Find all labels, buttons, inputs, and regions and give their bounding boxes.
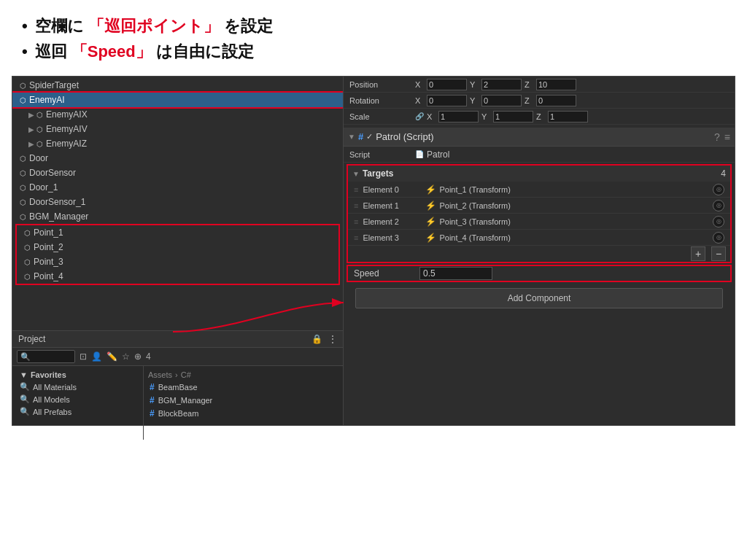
- script-title: Patrol (Script): [376, 131, 711, 142]
- annotation-line-2: • 巡回 「Speed」 は自由に設定: [22, 39, 725, 64]
- element-2-text: Point_3 (Transform): [439, 217, 510, 226]
- enemy-aiv-label: EnemyAIV: [46, 124, 88, 134]
- scale-y-group: Y: [481, 111, 533, 122]
- point-3-icon: ⬡: [24, 258, 31, 266]
- bgm-manager-asset-item[interactable]: # BGM_Manager: [148, 394, 338, 407]
- transform-icon-2: ⚡: [425, 217, 436, 227]
- project-assets: Assets › C# # BeamBase # BGM_Manager #: [144, 366, 343, 440]
- targets-footer: + −: [348, 246, 730, 262]
- layers-icon[interactable]: ⊕: [134, 351, 142, 362]
- hierarchy-item-door-1[interactable]: ⬡ Door_1: [12, 180, 343, 195]
- csharp-crumb[interactable]: C#: [181, 370, 191, 379]
- hierarchy-item-door-sensor-1[interactable]: ⬡ DoorSensor_1: [12, 195, 343, 209]
- element-3-picker[interactable]: ◎: [713, 232, 724, 244]
- hash-icon-2: #: [150, 408, 155, 419]
- handle-icon-3: ≡: [354, 233, 358, 242]
- project-search-input[interactable]: [17, 350, 75, 363]
- script-check-icon[interactable]: ✓: [366, 132, 373, 141]
- element-1-picker[interactable]: ◎: [713, 200, 724, 211]
- door-sensor-label: DoorSensor: [29, 168, 76, 178]
- hierarchy-item-point-2[interactable]: ⬡ Point_2: [17, 240, 338, 254]
- grid-icon[interactable]: ⊡: [80, 351, 87, 362]
- project-toolbar: ⊡ 👤 ✏️ ☆ ⊕ 4: [12, 348, 343, 366]
- hash-icon-1: #: [150, 395, 155, 405]
- hierarchy-item-enemy-aix[interactable]: ▶ ⬡ EnemyAIX: [12, 107, 343, 122]
- beam-base-item[interactable]: # BeamBase: [148, 381, 338, 394]
- hierarchy-panel: ⬡ SpiderTarget ⬡ EnemyAI ▶ ⬡ EnemyAIX ▶: [12, 77, 343, 330]
- rotation-z-group: Z: [525, 95, 576, 106]
- rotation-x-input[interactable]: [427, 95, 467, 106]
- question-icon[interactable]: ?: [714, 131, 720, 143]
- project-title: Project: [18, 334, 45, 344]
- position-z-input[interactable]: [536, 79, 576, 90]
- enemy-aiz-arrow: ▶: [28, 140, 34, 148]
- element-3-label: Element 3: [363, 233, 421, 242]
- person-icon[interactable]: 👤: [91, 351, 102, 362]
- hierarchy-item-door[interactable]: ⬡ Door: [12, 151, 343, 166]
- all-models-item[interactable]: 🔍 All Models: [12, 393, 143, 405]
- annotation-suffix-2: は自由に設定: [156, 39, 254, 64]
- search-icon-sm2: 🔍: [20, 394, 30, 404]
- brush-icon[interactable]: ✏️: [107, 351, 117, 362]
- project-content: ▼ Favorites 🔍 All Materials 🔍 All Models…: [12, 366, 343, 440]
- hierarchy-item-bgm-manager[interactable]: ⬡ BGM_Manager: [12, 209, 343, 224]
- targets-collapse-icon[interactable]: ▼: [352, 170, 360, 178]
- add-component-label: Add Component: [508, 293, 571, 303]
- speed-input[interactable]: [419, 267, 492, 280]
- door-1-icon: ⬡: [20, 184, 26, 192]
- project-sidebar: ▼ Favorites 🔍 All Materials 🔍 All Models…: [12, 366, 144, 440]
- assets-crumb[interactable]: Assets: [148, 370, 172, 379]
- position-x-input[interactable]: [427, 79, 467, 90]
- point-2-icon: ⬡: [24, 244, 31, 252]
- scale-z-group: Z: [536, 111, 588, 122]
- position-y-label: Y: [470, 80, 479, 89]
- all-prefabs-label: All Prefabs: [33, 408, 71, 416]
- hierarchy-item-point-3[interactable]: ⬡ Point_3: [17, 254, 338, 269]
- add-element-button[interactable]: +: [691, 246, 705, 261]
- hierarchy-item-enemy-aiz[interactable]: ▶ ⬡ EnemyAIZ: [12, 136, 343, 151]
- hierarchy-list: ⬡ SpiderTarget ⬡ EnemyAI ▶ ⬡ EnemyAIX ▶: [12, 77, 343, 287]
- hierarchy-item-enemy-ai[interactable]: ⬡ EnemyAI: [12, 93, 343, 107]
- door-label: Door: [29, 153, 48, 163]
- hierarchy-item-spider-target[interactable]: ⬡ SpiderTarget: [12, 78, 343, 93]
- left-panel: ⬡ SpiderTarget ⬡ EnemyAI ▶ ⬡ EnemyAIX ▶: [12, 77, 344, 425]
- script-value-group: 📄 Patrol: [415, 149, 449, 160]
- menu-icon[interactable]: ⋮: [328, 334, 337, 344]
- link-icon: 🔗: [415, 112, 424, 120]
- favorites-header[interactable]: ▼ Favorites: [12, 369, 143, 381]
- remove-element-button[interactable]: −: [711, 246, 726, 261]
- lock-icon[interactable]: 🔒: [311, 334, 322, 344]
- position-y-input[interactable]: [481, 79, 522, 90]
- position-y-group: Y: [470, 79, 522, 90]
- patrol-script-icon: 📄: [415, 150, 424, 158]
- enemy-aix-arrow: ▶: [28, 111, 34, 119]
- search-icon-sm: 🔍: [20, 382, 30, 392]
- point-2-label: Point_2: [34, 242, 63, 252]
- element-row-2: ≡ Element 2 ⚡ Point_3 (Transform) ◎: [348, 214, 730, 230]
- block-beam-item[interactable]: # BlockBeam: [148, 407, 338, 420]
- element-2-picker[interactable]: ◎: [713, 216, 724, 228]
- bullet-2: •: [22, 39, 28, 64]
- all-materials-item[interactable]: 🔍 All Materials: [12, 381, 143, 393]
- bgm-manager-asset-label: BGM_Manager: [158, 396, 213, 405]
- rotation-z-input[interactable]: [536, 95, 576, 106]
- door-sensor-icon: ⬡: [20, 169, 26, 177]
- annotation-prefix-1: 空欄に: [35, 13, 84, 39]
- hierarchy-item-point-1[interactable]: ⬡ Point_1: [17, 225, 338, 240]
- add-component-button[interactable]: Add Component: [355, 288, 723, 308]
- hierarchy-item-door-sensor[interactable]: ⬡ DoorSensor: [12, 166, 343, 180]
- door-icon: ⬡: [20, 155, 26, 163]
- element-0-picker[interactable]: ◎: [713, 184, 724, 195]
- scale-z-input[interactable]: [548, 111, 588, 122]
- star-icon[interactable]: ☆: [122, 351, 130, 362]
- collapse-arrow-icon[interactable]: ▼: [348, 133, 355, 141]
- scale-x-input[interactable]: [438, 111, 479, 122]
- hierarchy-item-point-4[interactable]: ⬡ Point_4: [17, 269, 338, 284]
- rotation-y-input[interactable]: [481, 95, 522, 106]
- hierarchy-item-enemy-aiv[interactable]: ▶ ⬡ EnemyAIV: [12, 122, 343, 136]
- settings-icon[interactable]: ≡: [724, 131, 730, 143]
- all-prefabs-item[interactable]: 🔍 All Prefabs: [12, 405, 143, 418]
- scale-y-input[interactable]: [493, 111, 533, 122]
- script-hash-icon: #: [358, 131, 363, 142]
- rotation-values: X Y Z: [415, 95, 729, 106]
